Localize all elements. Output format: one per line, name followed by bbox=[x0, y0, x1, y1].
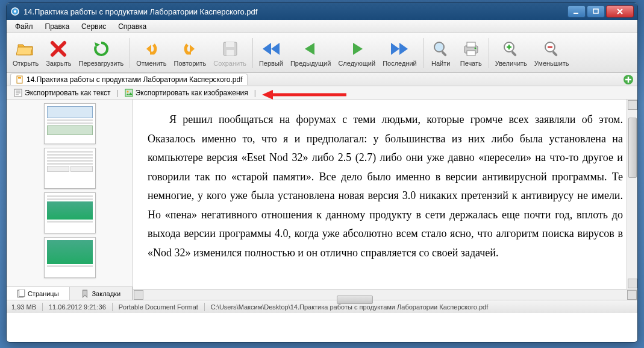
scroll-up-button[interactable] bbox=[628, 100, 637, 110]
last-page-button[interactable]: Последний bbox=[379, 35, 420, 71]
text-export-icon bbox=[14, 89, 22, 97]
export-text-button[interactable]: Экспортировать как текст bbox=[11, 88, 113, 98]
menu-help[interactable]: Справка bbox=[113, 21, 151, 32]
x-icon bbox=[49, 39, 68, 59]
last-icon bbox=[390, 39, 409, 59]
separator: | bbox=[254, 89, 256, 97]
find-button[interactable]: Найти bbox=[426, 35, 456, 71]
printer-icon bbox=[461, 39, 481, 59]
sidebar: Страницы Закладки bbox=[7, 100, 133, 300]
svg-rect-14 bbox=[511, 51, 517, 57]
image-export-icon bbox=[125, 89, 133, 97]
svg-rect-2 bbox=[574, 13, 578, 14]
status-path: C:\Users\Максим\Desktop\14.Практика рабо… bbox=[211, 303, 488, 311]
maximize-button[interactable] bbox=[587, 5, 605, 17]
print-button[interactable]: Печать bbox=[456, 35, 486, 71]
app-window: 14.Практика работы с продуктами Лаборато… bbox=[6, 2, 638, 343]
separator bbox=[489, 38, 489, 68]
svg-rect-8 bbox=[441, 51, 447, 57]
undo-icon bbox=[142, 39, 161, 59]
first-icon bbox=[261, 39, 281, 59]
scroll-down-button[interactable] bbox=[628, 279, 637, 288]
menu-file[interactable]: Файл bbox=[10, 21, 38, 32]
scroll-thumb[interactable] bbox=[337, 296, 373, 304]
svg-point-23 bbox=[127, 90, 128, 92]
next-icon bbox=[347, 39, 366, 59]
svg-point-12 bbox=[474, 47, 476, 49]
save-icon bbox=[220, 39, 240, 59]
svg-rect-22 bbox=[125, 89, 133, 96]
status-size: 1,93 MB bbox=[11, 303, 36, 311]
minimize-button[interactable] bbox=[567, 5, 586, 17]
pages-icon bbox=[17, 289, 25, 298]
export-bar: Экспортировать как текст | Экспортироват… bbox=[7, 86, 637, 100]
scroll-right-button[interactable] bbox=[627, 290, 637, 300]
separator bbox=[252, 38, 253, 68]
svg-rect-17 bbox=[17, 76, 22, 83]
sidebar-tabs: Страницы Закладки bbox=[7, 286, 133, 300]
svg-rect-19 bbox=[18, 78, 21, 79]
toolbar: Открыть Закрыть Перезагрузить Отменить П… bbox=[7, 33, 637, 73]
main-view: Я решил пообщаться на форумах с теми люд… bbox=[133, 100, 637, 300]
page-thumbnail[interactable] bbox=[44, 103, 96, 144]
svg-rect-5 bbox=[226, 42, 234, 47]
document-view[interactable]: Я решил пообщаться на форумах с теми люд… bbox=[133, 100, 637, 289]
titlebar[interactable]: 14.Практика работы с продуктами Лаборато… bbox=[7, 3, 637, 20]
document-tabbar: 14.Практика работы с продуктами Лаборато… bbox=[7, 73, 637, 86]
content-area: Страницы Закладки Я решил пообщаться на … bbox=[7, 100, 637, 300]
scroll-left-button[interactable] bbox=[134, 290, 143, 300]
svg-point-1 bbox=[14, 10, 16, 13]
page-thumbnail[interactable] bbox=[44, 148, 96, 189]
document-tab-label: 14.Практика работы с продуктами Лаборато… bbox=[27, 75, 242, 84]
redo-button[interactable]: Повторить bbox=[170, 35, 210, 71]
menu-edit[interactable]: Правка bbox=[40, 21, 75, 32]
prev-page-button[interactable]: Предыдущий bbox=[287, 35, 334, 71]
bookmarks-tab[interactable]: Закладки bbox=[70, 287, 133, 300]
zoom-out-button[interactable]: Уменьшить bbox=[531, 35, 573, 71]
svg-rect-6 bbox=[227, 50, 234, 55]
svg-rect-3 bbox=[593, 9, 598, 13]
window-title: 14.Практика работы с продуктами Лаборато… bbox=[23, 7, 567, 16]
export-images-button[interactable]: Экспортировать как изображения bbox=[122, 88, 251, 98]
status-format: Portable Document Format bbox=[119, 303, 198, 311]
zoom-out-icon bbox=[542, 39, 561, 59]
statusbar: 1,93 MB 11.06.2012 9:21:36 Portable Docu… bbox=[7, 300, 637, 313]
prev-icon bbox=[301, 39, 320, 59]
svg-point-7 bbox=[434, 42, 444, 52]
open-button[interactable]: Открыть bbox=[9, 35, 42, 71]
reload-button[interactable]: Перезагрузить bbox=[75, 35, 128, 71]
zoom-in-button[interactable]: Увеличить bbox=[492, 35, 531, 71]
document-tab[interactable]: 14.Практика работы с продуктами Лаборато… bbox=[10, 74, 248, 85]
document-icon bbox=[16, 75, 24, 84]
svg-rect-25 bbox=[19, 289, 24, 297]
undo-button[interactable]: Отменить bbox=[133, 35, 170, 71]
next-page-button[interactable]: Следующий bbox=[334, 35, 379, 71]
save-button[interactable]: Сохранить bbox=[210, 35, 250, 71]
menu-service[interactable]: Сервис bbox=[77, 21, 111, 32]
page-thumbnail[interactable] bbox=[44, 192, 96, 233]
redo-icon bbox=[180, 39, 199, 59]
svg-rect-18 bbox=[18, 77, 21, 78]
separator bbox=[423, 38, 424, 68]
vertical-scrollbar[interactable] bbox=[627, 100, 637, 289]
first-page-button[interactable]: Первый bbox=[255, 35, 287, 71]
separator bbox=[130, 38, 130, 68]
scroll-thumb[interactable] bbox=[628, 118, 637, 178]
reload-icon bbox=[92, 39, 111, 59]
document-paragraph: Я решил пообщаться на форумах с теми люд… bbox=[148, 110, 623, 262]
thumbnail-panel[interactable] bbox=[7, 100, 133, 286]
page-thumbnail[interactable] bbox=[44, 237, 96, 278]
zoom-in-icon bbox=[501, 39, 521, 59]
search-icon bbox=[431, 39, 451, 59]
horizontal-scrollbar[interactable] bbox=[133, 289, 637, 300]
new-tab-button[interactable] bbox=[623, 74, 634, 85]
close-file-button[interactable]: Закрыть bbox=[42, 35, 75, 71]
bookmark-icon bbox=[81, 289, 89, 298]
pages-tab[interactable]: Страницы bbox=[7, 287, 70, 300]
folder-open-icon bbox=[16, 39, 36, 59]
app-icon bbox=[10, 7, 20, 16]
svg-rect-16 bbox=[552, 51, 558, 57]
separator: | bbox=[117, 89, 119, 97]
close-button[interactable] bbox=[606, 5, 634, 17]
menubar: Файл Правка Сервис Справка bbox=[7, 20, 637, 33]
